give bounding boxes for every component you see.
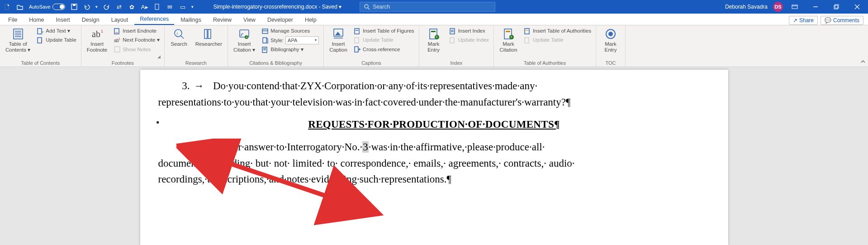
document-page[interactable]: 3.→ Do·you·contend·that·ZYX·Corporation·…: [140, 70, 728, 245]
search-button[interactable]: i Search: [167, 27, 191, 48]
qat-icon-6[interactable]: ▭: [177, 1, 188, 12]
manage-sources-button[interactable]: Manage Sources: [260, 27, 321, 35]
svg-rect-3: [155, 4, 159, 10]
share-label: Share: [799, 17, 814, 24]
toggle-switch-icon[interactable]: [52, 4, 65, 10]
maximize-icon[interactable]: [827, 0, 845, 14]
cross-reference-button[interactable]: Cross-reference: [352, 45, 416, 54]
svg-text:i: i: [177, 31, 178, 36]
new-doc-icon[interactable]: [2, 1, 13, 12]
group-index-label: Index: [422, 60, 491, 67]
svg-line-5: [368, 8, 370, 10]
crossref-label: Cross-reference: [363, 46, 400, 53]
insert-footnote-button[interactable]: ab1 Insert Footnote: [84, 27, 110, 54]
qat-icon-2[interactable]: ✿: [127, 1, 138, 12]
list-number: 1.: [158, 139, 190, 155]
mark-entry-icon: +: [427, 28, 440, 40]
bibliography-button[interactable]: Bibliography ▾: [260, 45, 321, 54]
document-title[interactable]: Simple-interrogatory-crossreferencing.do…: [213, 4, 342, 10]
qat-icon-5[interactable]: ✉: [165, 1, 175, 12]
qat-icon-4[interactable]: [152, 1, 163, 12]
tab-review[interactable]: Review: [208, 15, 237, 25]
avatar[interactable]: DS: [773, 2, 783, 12]
tab-file[interactable]: File: [3, 15, 23, 25]
ribbon-display-icon[interactable]: [786, 0, 804, 14]
endnote-icon: [114, 28, 121, 35]
tab-design[interactable]: Design: [76, 15, 105, 25]
open-folder-icon[interactable]: [14, 1, 25, 12]
insert-index-button[interactable]: Insert Index: [447, 27, 491, 35]
collapse-ribbon-icon[interactable]: [858, 25, 868, 67]
undo-icon[interactable]: [81, 1, 92, 12]
footnote-icon: ab1: [91, 28, 104, 40]
comments-button[interactable]: 💬Comments: [821, 16, 863, 25]
tab-help[interactable]: Help: [299, 15, 322, 25]
section-heading[interactable]: ▪ REQUESTS·FOR·PRODUCTION·OF·DOCUMENTS¶: [158, 116, 710, 133]
table-of-contents-button[interactable]: Table of Contents ▾: [3, 27, 33, 54]
minimize-icon[interactable]: [806, 0, 825, 14]
qat-icon-3[interactable]: A▸: [139, 1, 150, 12]
insert-endnote-button[interactable]: Insert Endnote: [112, 27, 161, 35]
qat-customize-icon[interactable]: ▾: [190, 1, 195, 12]
close-icon[interactable]: [848, 0, 866, 14]
caption-icon: [332, 28, 345, 40]
search-label: Search: [171, 41, 187, 47]
group-toc-pane-label: TOC: [599, 60, 622, 67]
mark-entry-button[interactable]: + Mark Entry: [422, 27, 446, 54]
cross-reference-field[interactable]: 3: [362, 141, 369, 153]
group-toa: + Mark Citation Insert Table of Authorit…: [494, 25, 596, 67]
toa-update-table-button: Update Table: [522, 36, 593, 44]
tof-icon: [354, 28, 361, 35]
svg-text:!: !: [41, 39, 43, 43]
tab-mailings[interactable]: Mailings: [175, 15, 207, 25]
insert-citation-label: Insert Citation ▾: [233, 41, 255, 53]
ribbon: Table of Contents ▾ +Add Text ▾ !Update …: [0, 25, 868, 67]
style-selector[interactable]: Style: APA▾: [260, 36, 321, 45]
chevron-down-icon: ▾: [315, 38, 317, 43]
paragraph-request-1[interactable]: 1.→ If·your·answer·to·Interrogatory·No.·…: [158, 139, 710, 187]
add-text-button[interactable]: +Add Text ▾: [35, 27, 78, 35]
insert-table-of-figures-button[interactable]: Insert Table of Figures: [352, 27, 416, 35]
search-placeholder: Search: [373, 4, 390, 10]
search-icon: [364, 4, 370, 10]
update-table-button[interactable]: !Update Table: [35, 36, 78, 44]
insert-toa-button[interactable]: Insert Table of Authorities: [522, 27, 593, 35]
researcher-button[interactable]: Researcher: [193, 27, 225, 48]
style-select[interactable]: APA▾: [285, 36, 319, 44]
tab-developer[interactable]: Developer: [262, 15, 299, 25]
svg-rect-9: [834, 5, 838, 9]
save-icon[interactable]: [69, 1, 80, 12]
toc-mark-entry-button[interactable]: Mark Entry: [599, 27, 622, 54]
svg-rect-59: [506, 31, 510, 32]
tab-references[interactable]: References: [134, 14, 174, 25]
user-name[interactable]: Deborah Savadra: [722, 4, 770, 10]
update-index-label: Update Index: [458, 36, 489, 44]
paragraph-interrogatory-3[interactable]: 3.→ Do·you·contend·that·ZYX·Corporation·…: [158, 78, 710, 110]
share-button[interactable]: ↗Share: [789, 16, 818, 25]
tab-home[interactable]: Home: [24, 15, 49, 25]
qat-icon-1[interactable]: ⇄: [114, 1, 125, 12]
undo-dropdown-icon[interactable]: ▾: [94, 1, 100, 12]
svg-rect-33: [208, 29, 211, 38]
tab-insert[interactable]: Insert: [51, 15, 76, 25]
next-footnote-icon: ab1: [114, 37, 121, 44]
toc-mark-entry-label: Mark Entry: [605, 41, 617, 53]
mark-citation-button[interactable]: + Mark Citation: [497, 27, 520, 54]
svg-point-4: [365, 5, 368, 8]
insert-caption-button[interactable]: Insert Caption: [327, 27, 350, 54]
group-footnotes-label: Footnotes: [84, 60, 161, 67]
pilcrow-icon: ¶: [554, 119, 560, 130]
update-index-icon: [449, 37, 456, 44]
redo-icon[interactable]: [101, 1, 112, 12]
autosave-toggle[interactable]: AutoSave: [27, 4, 67, 10]
show-notes-icon: [114, 46, 121, 53]
heading-text: REQUESTS·FOR·PRODUCTION·OF·DOCUMENTS: [308, 119, 554, 130]
list-number: 3.: [158, 78, 190, 94]
footnotes-launcher-icon[interactable]: ◢: [84, 54, 161, 59]
tab-view[interactable]: View: [238, 15, 261, 25]
next-footnote-button[interactable]: ab1Next Footnote ▾: [112, 36, 161, 44]
insert-citation-button[interactable]: + Insert Citation ▾: [231, 27, 258, 54]
search-box[interactable]: Search: [360, 2, 495, 12]
group-research: i Search Researcher Research: [165, 25, 228, 67]
tab-layout[interactable]: Layout: [106, 15, 134, 25]
